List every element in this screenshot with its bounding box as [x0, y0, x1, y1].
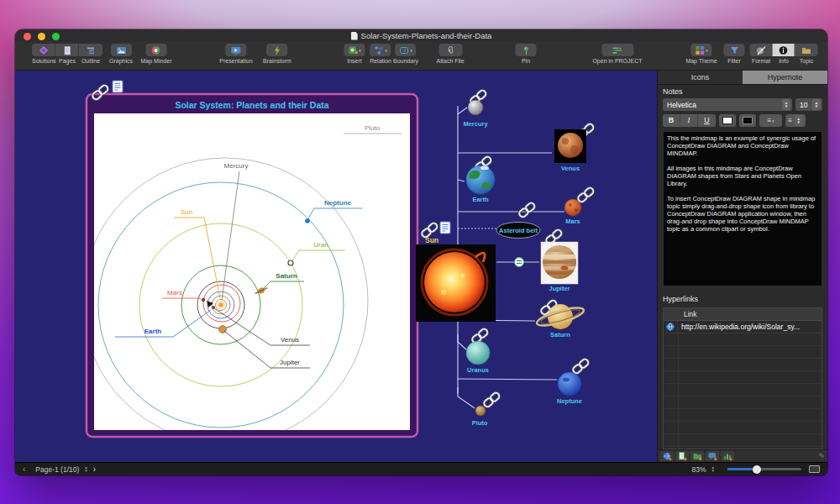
presentation-button[interactable]: Presentation — [219, 44, 252, 64]
pages-button[interactable] — [55, 44, 79, 56]
add-file-link-button[interactable] — [675, 451, 689, 461]
info-icon — [779, 45, 789, 55]
mindmap-topic-jupiter[interactable]: Jupiter — [541, 228, 578, 292]
orbit-label-earth: Earth — [144, 328, 162, 335]
format-button[interactable] — [750, 44, 773, 56]
next-page-button[interactable]: › — [93, 465, 96, 474]
notes-textarea[interactable]: This the mindmap is an example of synerg… — [663, 131, 822, 286]
alignment-button[interactable]: ≡▲▼ — [785, 114, 806, 127]
zoom-slider-thumb[interactable] — [753, 465, 761, 474]
tab-icons[interactable]: Icons — [658, 71, 743, 84]
collapse-button[interactable] — [515, 258, 524, 267]
status-bar: ‹ Page-1 (1/10) ▲▼ › 83% ▲▼ — [15, 462, 827, 475]
background-color-button[interactable] — [739, 114, 756, 127]
mindmap-topic-asteroid-belt[interactable]: Asteroid belt — [496, 202, 540, 238]
solutions-button[interactable] — [32, 44, 55, 56]
italic-button[interactable]: I — [680, 114, 698, 127]
svg-text:Uranus: Uranus — [467, 366, 489, 374]
link-icon[interactable] — [572, 358, 590, 375]
attach-file-button[interactable]: Attach File — [436, 44, 464, 64]
underline-button[interactable]: U — [698, 114, 716, 127]
chevron-down-icon: ▾ — [385, 48, 387, 53]
outline-icon — [86, 45, 96, 55]
outline-button[interactable] — [79, 44, 102, 56]
relation-button[interactable]: ▾ Relation — [370, 44, 391, 64]
stepper-icon[interactable]: ▲▼ — [812, 99, 821, 110]
link-icon[interactable] — [483, 391, 501, 408]
brainstorm-icon — [272, 45, 282, 55]
app-window: Solar-System-Planets-and-their-Data Solu… — [15, 29, 827, 475]
svg-text:Mercury: Mercury — [463, 120, 488, 128]
font-family-select[interactable]: Helvetica ▲▼ — [663, 98, 792, 111]
previous-page-button[interactable]: ‹ — [23, 465, 25, 474]
edit-link-icon[interactable]: ✎ — [818, 452, 825, 460]
diagram-frame-topic[interactable]: Solar System: Planets and their Data — [87, 94, 417, 437]
hyperlink-row[interactable]: http://en.wikipedia.org/wiki/Solar_sy... — [664, 321, 822, 333]
zoom-button[interactable] — [52, 33, 60, 40]
mindmap-topic-venus[interactable]: Venus — [554, 123, 595, 172]
document-icon — [351, 32, 358, 40]
link-icon[interactable] — [577, 186, 595, 203]
note-icon[interactable] — [440, 222, 450, 234]
font-size-select[interactable]: 10 ▲▼ — [795, 98, 822, 111]
tab-hypernote[interactable]: Hypernote — [743, 71, 827, 84]
map-minder-button[interactable]: Map Minder — [141, 44, 172, 64]
map-minder-icon — [151, 45, 161, 55]
text-color-button[interactable] — [719, 114, 736, 127]
hyperlink-url[interactable]: http://en.wikipedia.org/wiki/Solar_sy... — [678, 323, 800, 331]
pin-button[interactable]: Pin — [516, 44, 537, 64]
mindmap-topic-mars[interactable]: Mars — [564, 186, 595, 225]
insert-button[interactable]: ▾ Insert — [344, 44, 365, 64]
page-stepper[interactable]: ▲▼ — [84, 466, 87, 473]
link-icon[interactable] — [518, 202, 536, 218]
add-folder-link-button[interactable] — [690, 451, 704, 461]
minimize-button[interactable] — [38, 33, 45, 40]
note-icon[interactable] — [113, 81, 123, 92]
fit-page-button[interactable] — [809, 465, 820, 473]
add-topic-link-button[interactable] — [706, 451, 719, 461]
mindmap-topic-mercury[interactable]: Mercury — [463, 89, 488, 128]
orbit-label-sun: Sun — [181, 208, 192, 216]
format-label: Format — [750, 58, 773, 64]
traffic-lights — [24, 33, 60, 40]
brainstorm-button[interactable]: Brainstorm — [263, 44, 291, 64]
mindmap-topic-uranus[interactable]: Uranus — [466, 328, 490, 374]
document-canvas[interactable]: Solar System: Planets and their Data — [15, 71, 657, 462]
palette-icon — [755, 45, 766, 55]
align-icon: ≡ — [788, 117, 792, 124]
topic-button[interactable] — [795, 44, 818, 56]
info-label: Info — [773, 58, 795, 64]
zoom-slider[interactable] — [727, 468, 801, 470]
insert-icon — [348, 45, 358, 55]
mindmap-topic-sun[interactable]: Sun — [416, 222, 496, 322]
mindmap-topic-earth[interactable]: Earth — [466, 155, 495, 203]
svg-text:Asteroid belt: Asteroid belt — [499, 227, 538, 234]
add-chart-link-button[interactable] — [721, 451, 734, 461]
bold-button[interactable]: B — [663, 114, 680, 127]
mindmap-topic-pluto[interactable]: Pluto — [472, 391, 501, 427]
orbit-label-neptune: Neptune — [324, 199, 352, 207]
boundary-icon — [399, 45, 409, 55]
mindmap-topic-neptune[interactable]: Neptune — [557, 358, 590, 405]
mindmap-topic-saturn[interactable]: Saturn — [535, 299, 585, 339]
filter-button[interactable]: Filter — [724, 44, 745, 64]
theme-grid-icon — [695, 45, 705, 55]
info-button[interactable] — [773, 44, 795, 56]
inspector-panel: Icons Hypernote Notes Helvetica ▲▼ 10 ▲▼ — [657, 71, 827, 462]
map-theme-button[interactable]: ▾ Map Theme — [685, 44, 717, 64]
solutions-label: Solutions — [32, 58, 55, 64]
list-style-button[interactable]: ≡▾ — [759, 114, 782, 127]
hyperlinks-table: Link http://en.wikipedia.org/wiki/Solar_… — [663, 307, 822, 449]
close-button[interactable] — [24, 33, 31, 40]
zoom-level: 83% — [692, 465, 706, 474]
add-url-link-button[interactable] — [660, 451, 674, 461]
relation-icon — [374, 45, 384, 55]
open-in-project-button[interactable]: Open in PROJECT — [592, 44, 642, 64]
sun-topic-label: Sun — [425, 236, 438, 244]
stepper-icon[interactable]: ▲▼ — [782, 99, 790, 110]
graphics-button[interactable]: Graphics — [109, 44, 133, 64]
funnel-icon — [729, 45, 739, 55]
boundary-button[interactable]: ▾ Boundary — [393, 44, 418, 64]
font-family-value: Helvetica — [667, 101, 696, 109]
zoom-stepper[interactable]: ▲▼ — [711, 466, 715, 473]
